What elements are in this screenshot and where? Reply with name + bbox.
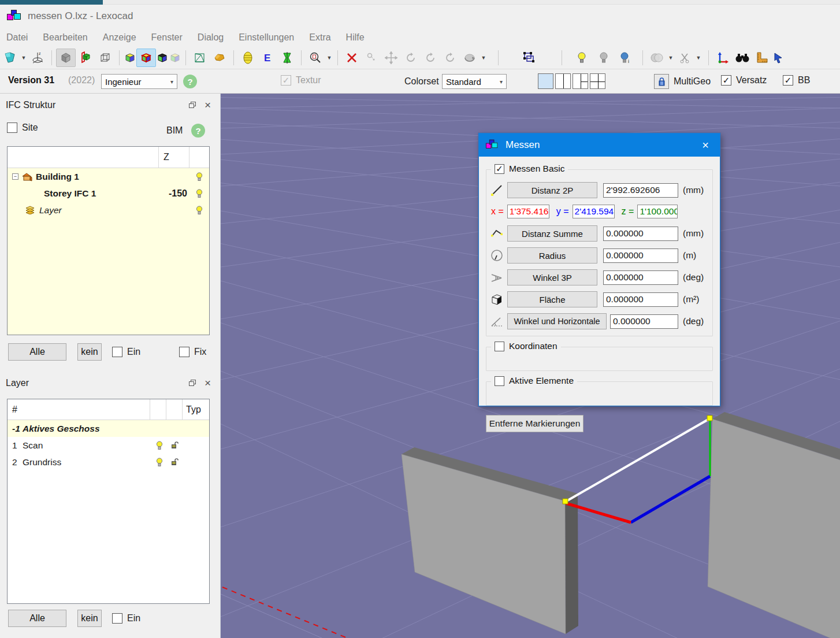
- bulb-info-icon[interactable]: i: [616, 49, 635, 67]
- close-panel-icon[interactable]: ×: [205, 377, 211, 390]
- ifc-ein-checkbox[interactable]: [112, 347, 122, 357]
- menu-extra[interactable]: Extra: [309, 32, 330, 43]
- koordinaten-checkbox[interactable]: [495, 342, 504, 351]
- z-column-header[interactable]: Z: [159, 147, 189, 168]
- layer-row-scan[interactable]: 1 Scan: [8, 437, 209, 454]
- flaeche-value[interactable]: 0.000000: [603, 292, 678, 307]
- layer-ein-checkbox[interactable]: [112, 613, 122, 624]
- menu-fenster[interactable]: Fenster: [151, 32, 183, 43]
- binoculars-icon[interactable]: [733, 49, 752, 67]
- cube-transparent-icon[interactable]: [169, 49, 181, 67]
- winkel-3p-value[interactable]: 0.000000: [603, 270, 678, 285]
- flaeche-button[interactable]: Fläche: [507, 291, 597, 307]
- menu-anzeige[interactable]: Anzeige: [103, 32, 136, 43]
- wireframe-cube-icon[interactable]: [95, 49, 115, 67]
- tree-row-building[interactable]: − Building 1: [8, 168, 209, 185]
- layer-alle-button[interactable]: Alle: [8, 610, 66, 627]
- menu-dialog[interactable]: Dialog: [198, 32, 224, 43]
- visibility-bulb-icon[interactable]: [189, 189, 209, 198]
- select-shield-icon[interactable]: [0, 49, 20, 67]
- move-axis-icon[interactable]: [713, 49, 733, 67]
- layer-bulb-icon[interactable]: [151, 441, 167, 450]
- multigeo-lock-button[interactable]: [654, 74, 669, 89]
- rotate-view-icon[interactable]: [460, 49, 480, 67]
- messen-dialog-title-bar[interactable]: Messen ×: [479, 133, 720, 157]
- menu-bearbeiten[interactable]: Bearbeiten: [43, 32, 87, 43]
- distanz-2p-value[interactable]: 2'992.692606: [603, 183, 678, 198]
- textur-checkbox[interactable]: [281, 75, 291, 86]
- num-column-header[interactable]: #: [8, 405, 23, 415]
- select-elements-icon[interactable]: [519, 49, 538, 67]
- rotate-cw-icon[interactable]: [401, 49, 421, 67]
- z-value-field[interactable]: 1'100.000: [637, 205, 678, 218]
- distanz-summe-button[interactable]: Distanz Summe: [507, 225, 597, 242]
- bulb-off-icon[interactable]: [594, 49, 614, 67]
- layout-three-pane-button[interactable]: [573, 73, 588, 89]
- ifc-alle-button[interactable]: Alle: [8, 343, 66, 361]
- pan-icon[interactable]: [381, 49, 401, 67]
- scissors-icon[interactable]: [675, 49, 694, 67]
- rotate-ccw-icon[interactable]: [421, 49, 440, 67]
- layout-four-pane-button[interactable]: [590, 73, 605, 89]
- bb-checkbox[interactable]: [783, 75, 793, 86]
- cube-solid-icon[interactable]: [124, 49, 136, 67]
- menu-datei[interactable]: Datei: [6, 32, 28, 43]
- profile-combobox[interactable]: Ingenieur▾: [101, 74, 177, 89]
- messen-basic-checkbox[interactable]: [495, 164, 504, 174]
- tree-row-storey[interactable]: Storey IFC 1 -150: [8, 185, 209, 202]
- visibility-bulb-icon[interactable]: [189, 172, 209, 181]
- colorset-combobox[interactable]: Standard▾: [442, 74, 507, 89]
- menu-einstellungen[interactable]: Einstellungen: [239, 32, 294, 43]
- radius-button[interactable]: Radius: [507, 247, 597, 264]
- layout-single-button[interactable]: [538, 73, 553, 89]
- rotate-dropdown-icon[interactable]: ▼: [480, 55, 488, 61]
- rotate-axis-icon[interactable]: [440, 49, 460, 67]
- tree-row-layer[interactable]: Layer: [8, 202, 209, 218]
- menu-hilfe[interactable]: Hilfe: [346, 32, 365, 43]
- zoom-dropdown-icon[interactable]: ▼: [325, 55, 333, 61]
- distanz-summe-value[interactable]: 0.000000: [603, 227, 678, 241]
- aktive-elemente-checkbox[interactable]: [495, 376, 504, 386]
- layout-two-pane-button[interactable]: [555, 73, 571, 89]
- y-value-field[interactable]: 2'419.594: [573, 205, 615, 218]
- layer-bulb-icon[interactable]: [151, 458, 167, 467]
- float-panel-icon[interactable]: [189, 380, 196, 387]
- boolean-dropdown-icon[interactable]: ▼: [667, 55, 675, 61]
- visibility-bulb-icon[interactable]: [189, 206, 209, 215]
- layer-kein-button[interactable]: kein: [77, 610, 102, 627]
- radius-value[interactable]: 0.000000: [603, 248, 678, 263]
- distanz-2p-button[interactable]: Distanz 2P: [507, 182, 597, 198]
- layer-row-grundriss[interactable]: 2 Grundriss: [8, 454, 209, 470]
- dialog-close-icon[interactable]: ×: [698, 139, 713, 152]
- screw-icon[interactable]: [238, 49, 258, 67]
- boolean-icon[interactable]: [647, 49, 667, 67]
- layer-row-active[interactable]: -1 Aktives Geschoss: [8, 420, 209, 437]
- wall-right[interactable]: [708, 412, 840, 638]
- site-checkbox[interactable]: [7, 123, 17, 133]
- shaded-view-icon[interactable]: [56, 49, 76, 67]
- select-dropdown-icon[interactable]: ▼: [20, 55, 28, 61]
- layer-unlock-icon[interactable]: [167, 458, 183, 466]
- ruler-icon[interactable]: [752, 49, 772, 67]
- winkel-horizontale-button[interactable]: Winkel und Horizontale: [507, 313, 607, 329]
- cube-dark-icon[interactable]: [156, 49, 169, 67]
- wall-left[interactable]: [402, 447, 578, 634]
- layer-unlock-icon[interactable]: [167, 441, 183, 450]
- cube-edges-icon[interactable]: [136, 49, 156, 67]
- float-panel-icon[interactable]: [189, 102, 196, 109]
- cursor-arrow-icon[interactable]: [772, 49, 785, 67]
- bulb-on-icon[interactable]: [572, 49, 592, 67]
- bim-help-button[interactable]: ?: [191, 124, 205, 138]
- elevation-e-icon[interactable]: E: [258, 49, 277, 67]
- entferne-markierungen-button[interactable]: Entferne Markierungen: [486, 415, 583, 432]
- help-button[interactable]: ?: [183, 75, 197, 88]
- winkel-3p-button[interactable]: Winkel 3P: [507, 269, 597, 285]
- zoom-document-icon[interactable]: [306, 49, 325, 67]
- solid-blob-icon[interactable]: [210, 49, 229, 67]
- axis-cube-icon[interactable]: z: [28, 49, 47, 67]
- mesh-icon[interactable]: [190, 49, 210, 67]
- ifc-fix-checkbox[interactable]: [179, 347, 189, 357]
- versatz-checkbox[interactable]: [721, 75, 731, 86]
- spool-icon[interactable]: [277, 49, 297, 67]
- winkel-horizontale-value[interactable]: 0.000000: [610, 314, 678, 329]
